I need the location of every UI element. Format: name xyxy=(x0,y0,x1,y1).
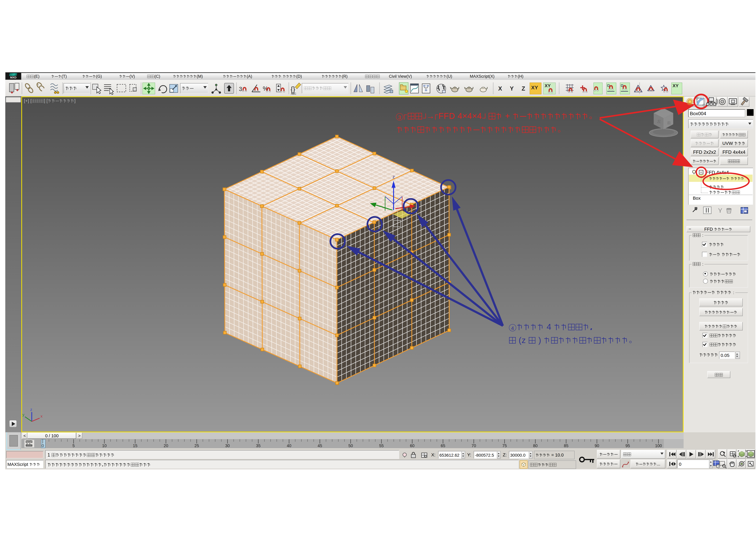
svg-text:左: 左 xyxy=(657,119,661,124)
svg-text:50: 50 xyxy=(349,443,353,448)
svg-text:5: 5 xyxy=(72,443,75,448)
svg-text:90: 90 xyxy=(595,443,599,448)
svg-text:{}: {} xyxy=(291,85,295,93)
svg-text:y: y xyxy=(22,412,24,417)
svg-text:20: 20 xyxy=(164,443,168,448)
svg-text:15: 15 xyxy=(133,443,138,448)
svg-text:100: 100 xyxy=(655,443,662,448)
svg-text:30: 30 xyxy=(225,443,230,448)
svg-text:45: 45 xyxy=(318,443,322,448)
svg-text:60: 60 xyxy=(410,443,414,448)
svg-text:3: 3 xyxy=(239,86,242,92)
svg-text:95: 95 xyxy=(625,443,630,448)
svg-text:0: 0 xyxy=(42,443,44,448)
svg-text:25: 25 xyxy=(195,443,199,448)
svg-text:85: 85 xyxy=(564,443,568,448)
svg-text:x: x xyxy=(41,414,43,418)
svg-text:55: 55 xyxy=(379,443,384,448)
svg-text:ABC: ABC xyxy=(291,92,296,95)
svg-text:前: 前 xyxy=(667,121,671,125)
svg-text:35: 35 xyxy=(256,443,261,448)
svg-text:70: 70 xyxy=(471,443,476,448)
svg-text:z: z xyxy=(392,174,395,179)
svg-text:65: 65 xyxy=(441,443,445,448)
svg-text:10: 10 xyxy=(102,443,107,448)
svg-text:80: 80 xyxy=(533,443,538,448)
svg-text:z: z xyxy=(30,407,32,412)
svg-text:75: 75 xyxy=(502,443,507,448)
svg-text:40: 40 xyxy=(287,443,291,448)
